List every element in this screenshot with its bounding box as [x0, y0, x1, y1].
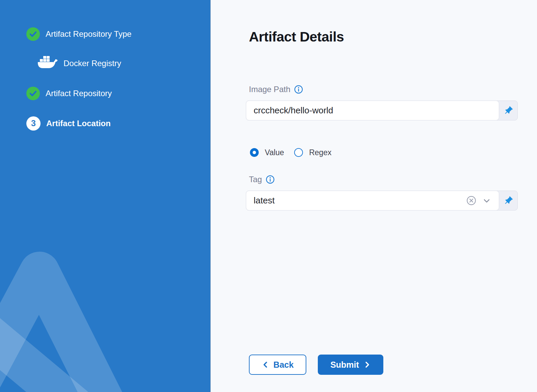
- step-label: Artifact Location: [46, 119, 111, 128]
- radio-icon: [294, 148, 303, 157]
- brand-watermark-logo: [0, 250, 210, 392]
- step-artifact-repository[interactable]: Artifact Repository: [26, 87, 205, 100]
- info-icon[interactable]: [294, 85, 303, 94]
- step-artifact-repository-type[interactable]: Artifact Repository Type: [26, 27, 205, 41]
- back-button[interactable]: Back: [249, 355, 306, 375]
- tag-label-row: Tag: [249, 175, 518, 184]
- radio-icon: [250, 148, 259, 157]
- step-number-badge: 3: [26, 116, 41, 131]
- radio-label: Value: [265, 148, 284, 157]
- info-icon[interactable]: [266, 175, 275, 184]
- pin-icon: [503, 106, 513, 116]
- submit-button-label: Submit: [330, 360, 359, 370]
- back-button-label: Back: [274, 360, 294, 370]
- chevron-left-icon: [262, 361, 269, 369]
- check-circle-icon: [26, 27, 40, 41]
- wizard-actions: Back Submit: [249, 355, 518, 375]
- page-title: Artifact Details: [249, 29, 518, 45]
- step-label: Artifact Repository Type: [46, 29, 131, 39]
- step-artifact-location[interactable]: 3 Artifact Location: [26, 116, 205, 131]
- chevron-down-icon[interactable]: [482, 191, 491, 210]
- submit-button[interactable]: Submit: [318, 355, 383, 375]
- docker-whale-icon: [37, 55, 58, 72]
- tag-match-type-radios: Value Regex: [250, 148, 518, 157]
- substep-label: Docker Registry: [63, 59, 121, 68]
- pin-icon: [503, 196, 513, 206]
- tag-input-group: [246, 191, 518, 211]
- tag-input[interactable]: [246, 195, 499, 206]
- tag-pin-button[interactable]: [499, 191, 517, 210]
- tag-label: Tag: [249, 175, 262, 184]
- image-path-pin-button[interactable]: [499, 101, 517, 120]
- step-label: Artifact Repository: [46, 89, 112, 98]
- image-path-label: Image Path: [249, 85, 290, 94]
- image-path-input-group: [246, 101, 518, 120]
- wizard-panel: Artifact Details Image Path: [210, 0, 537, 392]
- chevron-right-icon: [363, 361, 371, 369]
- wizard-steps: Artifact Repository Type Docker Registry: [26, 27, 205, 131]
- image-path-input-wrap: [246, 101, 499, 120]
- clear-circle-icon[interactable]: [466, 191, 477, 210]
- radio-label: Regex: [309, 148, 331, 157]
- tag-input-wrap: [246, 191, 499, 211]
- image-path-input[interactable]: [246, 105, 499, 116]
- radio-option-regex[interactable]: Regex: [294, 148, 331, 157]
- image-path-label-row: Image Path: [249, 85, 518, 94]
- check-circle-icon: [26, 87, 40, 100]
- wizard-sidebar: Artifact Repository Type Docker Registry: [0, 0, 210, 392]
- radio-option-value[interactable]: Value: [250, 148, 284, 157]
- substep-docker-registry: Docker Registry: [37, 55, 205, 72]
